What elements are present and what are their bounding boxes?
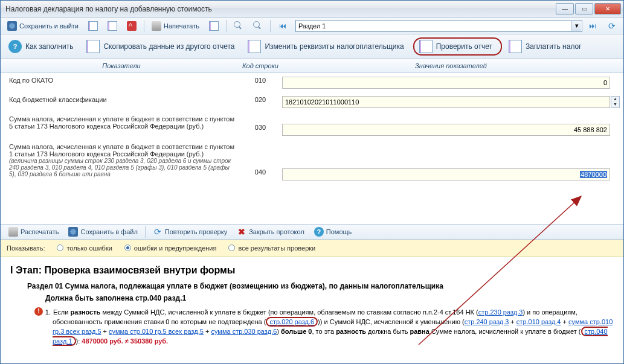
link-ref[interactable]: сумма стр.030 разд.6 [211, 328, 277, 335]
refresh-button[interactable]: ⟳ [603, 19, 621, 33]
grid-header: Показатели Код строки Значения показател… [1, 59, 623, 73]
minimize-button[interactable]: — [556, 3, 574, 14]
indicator-label: Код по ОКАТО [1, 77, 242, 89]
col-header-indicators: Показатели [1, 62, 242, 69]
main-toolbar: Сохранить и выйти Напечатать ⏮ Раздел 1 … [1, 18, 623, 34]
value-input-040[interactable]: 4870000 [282, 168, 610, 180]
section-selector[interactable]: Раздел 1 ▾ [295, 20, 582, 32]
copy-icon [86, 40, 100, 53]
tool-page2[interactable] [103, 19, 121, 33]
nav-first-icon: ⏮ [278, 21, 288, 31]
row-code: 020 [242, 96, 278, 108]
print-icon [152, 21, 161, 31]
filter-label: Показывать: [7, 244, 45, 252]
error-item-1: ! Если разность между Суммой НДС, исчисл… [53, 307, 614, 346]
section-title: Раздел 01 Сумма налога, подлежащая уплат… [27, 282, 614, 290]
indicator-label: Код бюджетной классификации [1, 96, 242, 108]
zoom-in-button[interactable] [230, 19, 248, 33]
protocol-toolbar: Распечатать Сохранить в файл ⟳ Повторить… [1, 224, 623, 240]
tool-page1[interactable] [84, 19, 102, 33]
tool-pdf[interactable] [123, 19, 141, 33]
col-header-value: Значения показателей [278, 62, 623, 69]
refresh-icon: ⟳ [607, 21, 617, 31]
row-code: 010 [242, 77, 278, 89]
stage-title: I Этап: Проверка взаимосвязей внутри фор… [10, 265, 614, 276]
help-q-icon: ? [314, 227, 324, 237]
link-ref[interactable]: стр.010 разд.4 [516, 318, 561, 325]
dropdown-arrow-icon: ▾ [571, 21, 581, 31]
page-icon [88, 21, 98, 31]
window-title: Налоговая декларация по налогу на добавл… [3, 5, 555, 13]
print-protocol-button[interactable]: Распечатать [4, 225, 63, 238]
radio-only-errors[interactable]: только ошибки [57, 244, 112, 252]
value-input-020[interactable]: 18210102021011000110 [282, 96, 610, 108]
check-report-button[interactable]: Проверить отчет [413, 37, 502, 56]
radio-errors-warnings[interactable]: ошибки и предупреждения [124, 244, 217, 252]
must-be-filled: Должна быть заполнена стр.040 разд.1 [45, 294, 614, 302]
link-ref[interactable]: стр.230 разд.3 [478, 308, 523, 316]
print-button[interactable]: Напечатать [147, 19, 204, 33]
indicator-label: Сумма налога, исчисленная к уплате в бюд… [1, 115, 242, 136]
zoom-in-icon [234, 21, 240, 28]
pay-tax-button[interactable]: Заплатить налог [504, 37, 588, 56]
grid-row: Код по ОКАТО0100 [1, 73, 623, 92]
row-code: 030 [242, 115, 278, 136]
save-file-icon [68, 227, 78, 237]
help-button[interactable]: ? Помощь [310, 225, 356, 238]
copy-from-report-button[interactable]: Скопировать данные из другого отчета [82, 37, 241, 56]
repeat-icon: ⟳ [153, 227, 162, 237]
row-code: 040 [242, 143, 278, 180]
edit-icon [248, 40, 261, 53]
actions-toolbar: ? Как заполнить Скопировать данные из др… [1, 34, 623, 59]
tool-extra1[interactable] [205, 19, 223, 33]
nav-last-button[interactable]: ⏭ [584, 19, 602, 33]
nav-last-icon: ⏭ [588, 21, 597, 31]
pdf-icon [127, 21, 137, 31]
value-input-030[interactable]: 45 888 802 [282, 124, 610, 136]
how-to-fill-button[interactable]: ? Как заполнить [4, 37, 80, 56]
check-icon [419, 40, 433, 53]
filter-bar: Показывать: только ошибки ошибки и преду… [1, 240, 623, 257]
zoom-out-icon [253, 21, 260, 28]
link-ref[interactable]: сумма стр.010 гр.5 всех разд.5 [109, 328, 204, 335]
radio-all-results[interactable]: все результаты проверки [228, 244, 315, 252]
grid-row: Код бюджетной классификации0201821010202… [1, 92, 623, 112]
col-header-code: Код строки [242, 62, 278, 69]
print-icon [8, 227, 18, 237]
save-and-exit-button[interactable]: Сохранить и выйти [3, 19, 83, 33]
close-x-icon: ✖ [237, 227, 246, 237]
grid-row: Сумма налога, исчисленная к уплате в бюд… [1, 139, 623, 184]
grid-body[interactable]: Код по ОКАТО0100Код бюджетной классифика… [1, 73, 623, 224]
zoom-out-button[interactable] [249, 19, 267, 33]
error-icon: ! [34, 307, 43, 316]
titlebar: Налоговая декларация по налогу на добавл… [1, 1, 623, 18]
link-ref[interactable]: стр.240 разд.3 [465, 318, 509, 325]
money-icon [509, 40, 522, 53]
close-protocol-button[interactable]: ✖ Закрыть протокол [233, 225, 309, 238]
doc-icon [209, 21, 219, 31]
change-requisites-button[interactable]: Изменить реквизиты налогоплательщика [243, 37, 410, 56]
nav-first-button[interactable]: ⏮ [274, 19, 292, 33]
save-icon [7, 21, 17, 31]
value-input-010[interactable]: 0 [282, 77, 610, 89]
save-to-file-button[interactable]: Сохранить в файл [64, 225, 141, 238]
maximize-button[interactable]: ▭ [575, 3, 593, 14]
close-button[interactable]: ✕ [594, 3, 621, 14]
help-icon: ? [8, 40, 22, 53]
link-ref[interactable]: стр.020 разд.6 [266, 317, 318, 327]
repeat-check-button[interactable]: ⟳ Повторить проверку [149, 225, 231, 238]
results-panel: I Этап: Проверка взаимосвязей внутри фор… [1, 257, 623, 359]
grid-row: Сумма налога, исчисленная к уплате в бюд… [1, 112, 623, 139]
spinner[interactable]: ▲▼ [611, 96, 620, 108]
indicator-label: Сумма налога, исчисленная к уплате в бюд… [1, 143, 242, 180]
page-copy-icon [108, 21, 117, 31]
